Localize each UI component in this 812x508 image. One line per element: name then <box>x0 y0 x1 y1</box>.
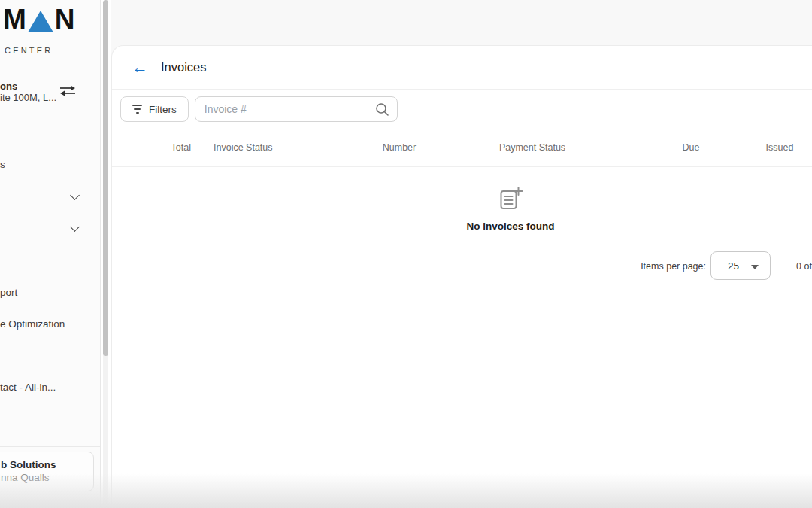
chevron-down-icon[interactable] <box>70 222 80 232</box>
toolbar: Filters <box>112 90 812 129</box>
sidebar-item-3[interactable] <box>0 222 101 234</box>
sidebar-item-6[interactable]: tact - All-in... <box>0 382 101 393</box>
empty-state: No invoices found <box>466 186 554 232</box>
logo-triangle-icon <box>28 11 53 32</box>
column-header-payment-status[interactable]: Payment Status <box>487 142 577 153</box>
invoice-search <box>195 96 398 122</box>
sidebar: M N CENTER ons ite 100M, L... s port e O… <box>0 0 101 508</box>
filters-button-label: Filters <box>149 104 177 115</box>
empty-state-message: No invoices found <box>466 221 554 232</box>
filter-icon <box>132 105 142 114</box>
sidebar-item-5-label: e Optimization <box>0 318 65 330</box>
invoices-card: ← Invoices Filters Total Invoice Status <box>111 45 812 508</box>
column-header-invoice-status[interactable]: Invoice Status <box>214 142 273 153</box>
dropdown-caret-icon <box>751 265 759 269</box>
add-invoice-document-icon <box>498 200 523 213</box>
swap-icon[interactable] <box>59 84 77 102</box>
column-header-issued[interactable]: Issued <box>750 142 810 153</box>
sidebar-item-4[interactable]: port <box>0 287 101 298</box>
table-header-row: Total Invoice Status Number Payment Stat… <box>112 129 812 167</box>
sidebar-item-1[interactable]: s <box>0 159 101 170</box>
sidebar-item-6-label: tact - All-in... <box>0 382 56 393</box>
sidebar-item-2[interactable] <box>0 190 101 202</box>
pagination: Items per page: 25 0 of <box>112 251 812 280</box>
org-switcher[interactable]: ons ite 100M, L... <box>0 81 101 103</box>
org-address: ite 100M, L... <box>0 92 101 103</box>
logo-letter-right: N <box>55 5 75 33</box>
account-company: b Solutions <box>1 458 93 471</box>
items-per-page-label: Items per page: <box>641 261 706 272</box>
sidebar-divider <box>0 446 101 447</box>
invoice-search-input[interactable] <box>195 96 398 122</box>
search-icon <box>375 102 389 120</box>
sidebar-scrollbar-thumb[interactable] <box>103 0 108 356</box>
column-header-due[interactable]: Due <box>668 142 714 153</box>
card-header: ← Invoices <box>112 46 812 90</box>
items-per-page-value: 25 <box>728 260 739 272</box>
brand-subtitle: CENTER <box>5 46 53 55</box>
org-name: ons <box>0 81 101 92</box>
chevron-down-icon[interactable] <box>70 190 80 200</box>
account-card[interactable]: b Solutions nna Qualls <box>0 452 94 491</box>
brand-logo: M N <box>3 5 75 33</box>
column-header-number[interactable]: Number <box>369 142 429 153</box>
account-user: nna Qualls <box>1 471 93 484</box>
sidebar-item-4-label: port <box>0 287 17 298</box>
sidebar-item-1-label: s <box>0 159 5 170</box>
sidebar-item-5[interactable]: e Optimization <box>0 318 101 330</box>
logo-letter-left: M <box>3 5 26 33</box>
main-area: ← Invoices Filters Total Invoice Status <box>111 0 812 508</box>
column-header-total[interactable]: Total <box>135 142 191 153</box>
filters-button[interactable]: Filters <box>120 96 189 122</box>
pagination-range-label: 0 of <box>796 261 812 272</box>
page-title: Invoices <box>161 60 207 75</box>
back-button[interactable]: ← <box>132 60 148 75</box>
items-per-page-select[interactable]: 25 <box>710 251 771 280</box>
